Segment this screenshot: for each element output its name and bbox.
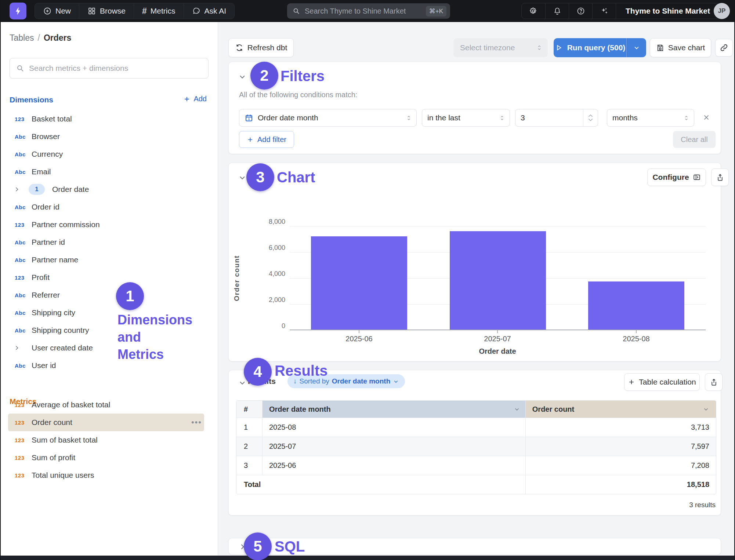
chevron-up-icon — [588, 114, 593, 118]
clear-all-filters-button[interactable]: Clear all — [673, 131, 716, 148]
filter-field-select[interactable]: 1 Order date month — [239, 109, 417, 127]
date-column-header[interactable]: Order date month — [262, 401, 525, 418]
remove-filter-button[interactable] — [702, 113, 710, 123]
plus-icon — [628, 378, 635, 386]
fields-search-input[interactable]: Search metrics + dimensions — [10, 58, 209, 79]
dimension-item[interactable]: AbcReferrer — [1, 286, 218, 304]
nav-ask-ai-button[interactable]: Ask AI — [184, 3, 235, 19]
help-button[interactable] — [569, 3, 592, 19]
bar-2025-07[interactable] — [450, 231, 546, 330]
add-dimension-button[interactable]: Add — [183, 95, 207, 103]
add-filter-button[interactable]: Add filter — [239, 131, 294, 148]
run-query-dropdown-button[interactable] — [626, 38, 646, 57]
chevron-down-icon[interactable] — [703, 406, 709, 412]
timezone-select[interactable]: Select timezone — [453, 38, 548, 57]
export-results-button[interactable] — [705, 373, 723, 391]
chevron-down-icon — [238, 173, 247, 182]
select-updown-icon — [683, 115, 689, 121]
search-icon — [16, 64, 25, 73]
total-label: Total — [236, 475, 525, 494]
chevron-down-icon — [588, 118, 593, 122]
annotation-circle-4: 4 — [244, 358, 272, 386]
string-type-icon: Abc — [15, 239, 29, 246]
chevron-down-icon — [238, 72, 247, 81]
refresh-dbt-button[interactable]: Refresh dbt — [228, 38, 294, 57]
run-query-button[interactable]: Run query (500) — [554, 38, 646, 57]
chevron-right-icon[interactable] — [13, 186, 21, 193]
chart-y-ticks: 0 2,000 4,000 6,000 8,000 — [228, 226, 285, 330]
metric-item[interactable]: 123Total unique users — [1, 466, 218, 484]
dimension-item[interactable]: AbcPartner id — [1, 233, 218, 251]
collapse-results-chevron[interactable] — [238, 378, 247, 387]
number-type-icon: 123 — [15, 222, 29, 228]
dimension-item[interactable]: AbcBrowser — [1, 128, 218, 145]
dimension-item[interactable]: AbcCurrency — [1, 145, 218, 163]
metric-item-selected[interactable]: 123 Order count ••• — [1, 414, 218, 431]
string-type-icon: Abc — [15, 292, 29, 298]
share-link-button[interactable] — [715, 39, 733, 57]
dimension-item[interactable]: 123Partner commission — [1, 216, 218, 233]
dimension-item[interactable]: AbcEmail — [1, 163, 218, 181]
filter-value-input[interactable]: 3 — [515, 109, 598, 127]
breadcrumb-tables-link[interactable]: Tables — [10, 33, 34, 43]
string-type-icon: Abc — [15, 327, 29, 334]
bar-2025-08[interactable] — [588, 281, 684, 330]
string-type-icon: Abc — [15, 151, 29, 157]
string-type-icon: Abc — [15, 363, 29, 369]
annotation-label-2: Filters — [280, 68, 325, 84]
global-search-placeholder: Search Thyme to Shine Market — [305, 7, 421, 15]
breadcrumb-separator: / — [37, 33, 40, 43]
dimension-item[interactable]: 123Profit — [1, 269, 218, 286]
notifications-button[interactable] — [545, 3, 569, 19]
chevron-down-icon — [633, 44, 640, 51]
dimension-group-order-date[interactable]: 1 Order date — [1, 181, 218, 198]
svg-text:1: 1 — [248, 117, 250, 121]
annotation-label-3: Chart — [277, 169, 315, 186]
dimension-item[interactable]: 123Basket total — [1, 110, 218, 128]
nav-browse-label: Browse — [100, 7, 126, 15]
metric-item[interactable]: 123Sum of profit — [1, 449, 218, 466]
annotation-label-1: Dimensions and Metrics — [117, 311, 192, 363]
chevron-down-icon[interactable] — [514, 406, 520, 412]
user-avatar[interactable]: JP — [714, 3, 730, 19]
dimension-item[interactable]: AbcPartner name — [1, 251, 218, 269]
filter-operator-select[interactable]: in the last — [422, 109, 510, 127]
chevron-right-icon[interactable] — [13, 344, 21, 352]
org-name[interactable]: Thyme to Shine Market — [616, 3, 720, 19]
filter-unit-select[interactable]: months — [607, 109, 694, 127]
nav-new-button[interactable]: New — [35, 3, 79, 19]
configure-chart-button[interactable]: Configure — [647, 168, 706, 186]
table-row[interactable]: 2 2025-07 7,597 — [236, 437, 716, 456]
app-logo[interactable] — [10, 3, 26, 19]
nav-metrics-button[interactable]: # Metrics — [134, 3, 183, 19]
number-type-icon: 123 — [15, 455, 29, 461]
collapse-filters-chevron[interactable] — [238, 72, 247, 81]
x-tick-label: 2025-08 — [623, 335, 649, 343]
table-row[interactable]: 3 2025-06 7,208 — [236, 456, 716, 475]
metric-item[interactable]: 123Sum of basket total — [1, 431, 218, 449]
dimension-item[interactable]: AbcOrder id — [1, 198, 218, 216]
bar-2025-06[interactable] — [311, 236, 407, 330]
string-type-icon: Abc — [15, 204, 29, 210]
results-table: # Order date month Order count 1 2025-08… — [236, 400, 716, 494]
global-search-input[interactable]: Search Thyme to Shine Market ⌘+K — [287, 3, 450, 19]
app-window: New Browse # Metrics Ask AI Search Thyme… — [0, 0, 735, 560]
export-chart-button[interactable] — [711, 168, 729, 186]
ai-sparkles-button[interactable] — [592, 3, 616, 19]
select-updown-icon — [499, 115, 505, 121]
settings-button[interactable] — [522, 3, 545, 19]
string-type-icon: Abc — [15, 310, 29, 316]
active-field-count-badge: 1 — [29, 184, 45, 195]
x-tick-label: 2025-06 — [345, 335, 372, 343]
table-calculation-button[interactable]: Table calculation — [624, 373, 700, 391]
top-navbar: New Browse # Metrics Ask AI Search Thyme… — [1, 0, 734, 22]
value-stepper[interactable] — [583, 109, 598, 126]
save-chart-button[interactable]: Save chart — [650, 38, 711, 57]
nav-browse-button[interactable]: Browse — [79, 3, 134, 19]
breadcrumb-current: Orders — [44, 33, 71, 43]
annotation-label-4: Results — [275, 363, 328, 379]
count-column-header[interactable]: Order count — [525, 401, 716, 418]
metric-item[interactable]: 123Average of basket total — [1, 396, 218, 414]
collapse-chart-chevron[interactable] — [238, 173, 247, 182]
table-row[interactable]: 1 2025-08 3,713 — [236, 418, 716, 437]
